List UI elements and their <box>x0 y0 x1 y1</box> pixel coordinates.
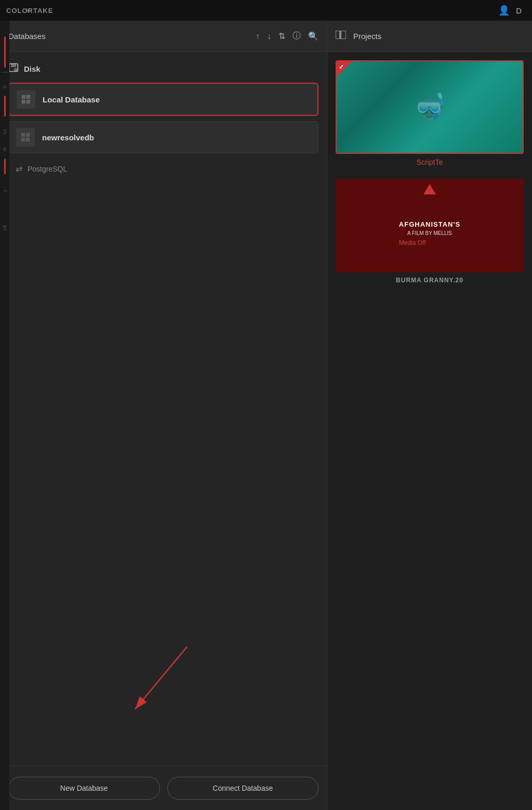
left-strip: S Th er - T BY <box>0 21 9 810</box>
databases-content: Disk Local Database <box>0 52 327 766</box>
projects-panel: Projects ✓ 🤿 ScriptTe <box>327 21 532 810</box>
svg-rect-13 <box>336 31 340 39</box>
header-icons: ↑ ↓ ⇅ ⓘ 🔍 <box>256 31 318 42</box>
local-database-name: Local Database <box>43 95 100 104</box>
disk-icon <box>8 62 19 75</box>
main-layout: Databases ↑ ↓ ⇅ ⓘ 🔍 Disk <box>0 21 532 810</box>
diver-icon: 🤿 <box>414 92 446 122</box>
new-database-button[interactable]: New Database <box>8 777 160 800</box>
red-strip-2 <box>4 96 6 116</box>
red-strip-1 <box>4 36 6 68</box>
close-button[interactable]: × <box>26 6 30 15</box>
svg-point-2 <box>15 69 17 71</box>
panel-footer: New Database Connect Database <box>0 766 327 810</box>
disk-label: Disk <box>24 64 41 73</box>
strip-divider <box>1 72 8 73</box>
svg-rect-9 <box>21 138 25 141</box>
postgresql-item[interactable]: ⇄ PostgreSQL <box>8 159 318 179</box>
strip-text-by: BY <box>2 225 7 231</box>
afghanistan-thumbnail: AFGHANISTAN'S A FILM BY MELLIS Media Off <box>336 179 524 272</box>
top-bar: COLORTAKE × 👤 D <box>0 0 532 21</box>
projects-title: Projects <box>353 32 381 41</box>
svg-rect-3 <box>22 95 25 99</box>
upload-icon[interactable]: ↑ <box>256 32 260 41</box>
postgresql-label: PostgreSQL <box>28 165 67 173</box>
filter-icon[interactable]: ⇅ <box>278 31 285 41</box>
svg-rect-5 <box>22 100 25 103</box>
projects-content: ✓ 🤿 ScriptTe AFGHANISTAN'S A FILM BY MEL… <box>327 52 532 810</box>
databases-panel: Databases ↑ ↓ ⇅ ⓘ 🔍 Disk <box>0 21 327 810</box>
red-strip-3 <box>4 159 6 174</box>
connect-database-button[interactable]: Connect Database <box>167 777 319 800</box>
strip-text-er: er <box>2 147 7 151</box>
newresolvedb-icon <box>16 128 35 147</box>
databases-header: Databases ↑ ↓ ⇅ ⓘ 🔍 <box>0 21 327 52</box>
disk-section-label: Disk <box>8 62 318 75</box>
scuba-thumbnail: ✓ 🤿 <box>336 60 524 154</box>
info-icon[interactable]: ⓘ <box>292 31 301 42</box>
databases-title: Databases <box>8 32 247 41</box>
download-icon[interactable]: ↓ <box>267 32 271 41</box>
svg-rect-8 <box>26 133 30 137</box>
afghanistan-subtitle: A FILM BY MELLIS <box>399 230 460 236</box>
newresolvedb-item[interactable]: newresolvedb <box>8 121 318 153</box>
projects-header: Projects <box>327 21 532 52</box>
svg-rect-6 <box>26 100 30 103</box>
app-letter: D <box>516 6 522 15</box>
scuba-image: ✓ 🤿 <box>337 61 523 153</box>
strip-text-th: Th <box>2 129 7 135</box>
svg-rect-14 <box>341 31 346 39</box>
local-database-item[interactable]: Local Database <box>8 83 318 116</box>
scuba-project-card[interactable]: ✓ 🤿 ScriptTe <box>336 60 524 166</box>
newresolvedb-name: newresolvedb <box>42 133 94 142</box>
local-db-icon <box>17 90 35 109</box>
postgresql-arrow: ⇄ <box>16 164 22 174</box>
afghanistan-image: AFGHANISTAN'S A FILM BY MELLIS Media Off <box>336 179 524 272</box>
strip-text-t: - T <box>2 187 7 192</box>
panel-toggle-icon[interactable] <box>336 31 346 42</box>
top-bar-right: 👤 D <box>498 5 522 16</box>
afghanistan-label: Media Off <box>399 239 460 246</box>
svg-rect-4 <box>26 95 30 99</box>
scuba-project-label: ScriptTe <box>336 158 524 166</box>
svg-rect-10 <box>26 138 30 141</box>
afghanistan-project-card[interactable]: AFGHANISTAN'S A FILM BY MELLIS Media Off… <box>336 179 524 284</box>
strip-text-s: S <box>2 85 7 88</box>
svg-rect-7 <box>21 133 25 137</box>
afghanistan-title: AFGHANISTAN'S <box>399 220 460 228</box>
search-icon[interactable]: 🔍 <box>308 31 318 41</box>
user-icon: 👤 <box>498 5 510 16</box>
burma-project-name: BURMA GRANNY.20 <box>336 277 524 284</box>
svg-rect-1 <box>11 64 16 68</box>
triangle-logo <box>423 184 436 194</box>
check-mark: ✓ <box>339 63 344 71</box>
